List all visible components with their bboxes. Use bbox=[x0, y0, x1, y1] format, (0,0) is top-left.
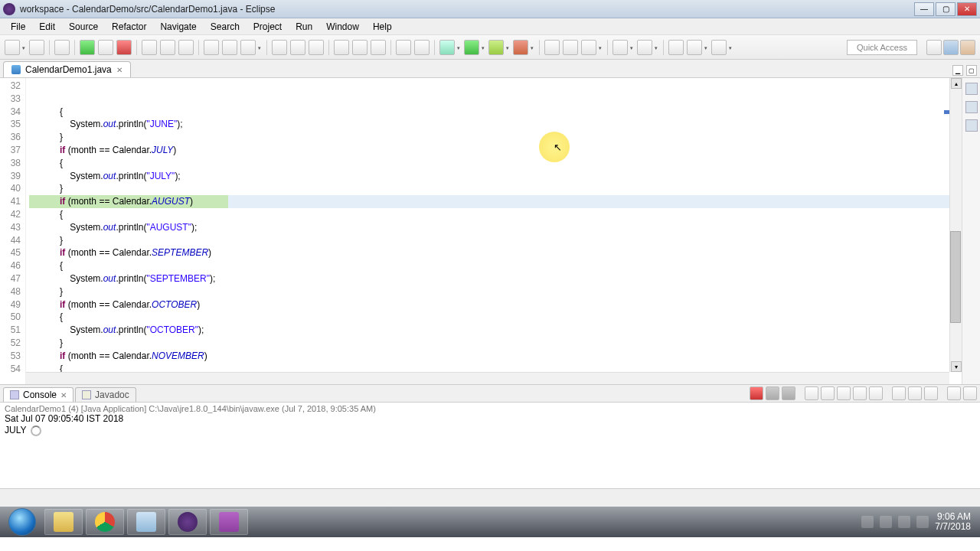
code-line[interactable]: System.out.println("AUGUST"); bbox=[29, 221, 959, 234]
console-output[interactable]: CalendarDemo1 (4) [Java Application] C:\… bbox=[0, 403, 980, 488]
code-line[interactable]: } bbox=[29, 182, 959, 195]
clear-console-button[interactable] bbox=[805, 386, 818, 400]
code-line[interactable]: System.out.println("JULY"); bbox=[29, 170, 959, 183]
menu-refactor[interactable]: Refactor bbox=[106, 20, 152, 34]
open-type-button[interactable] bbox=[240, 40, 256, 55]
minimize-view-button[interactable]: ▁ bbox=[952, 65, 963, 76]
editor-tab[interactable]: CalendarDemo1.java ✕ bbox=[3, 61, 131, 77]
new-button[interactable] bbox=[5, 40, 20, 55]
outline-view-icon[interactable] bbox=[965, 101, 978, 113]
tray-clock[interactable]: 9:06 AM 7/7/2018 bbox=[935, 512, 971, 532]
debug-dropdown[interactable] bbox=[439, 40, 455, 55]
jar-button[interactable] bbox=[414, 40, 430, 55]
tray-network-icon[interactable] bbox=[880, 516, 892, 528]
code-line[interactable]: } bbox=[29, 337, 959, 350]
code-content[interactable]: { System.out.println("JUNE"); } if (mont… bbox=[26, 78, 962, 384]
toggle-breadcrumb-button[interactable] bbox=[309, 40, 324, 55]
scroll-down-icon[interactable]: ▾ bbox=[951, 361, 962, 372]
word-wrap-button[interactable] bbox=[837, 386, 851, 400]
code-line[interactable]: { bbox=[29, 208, 959, 221]
next-annotation-button[interactable] bbox=[612, 40, 628, 55]
code-line[interactable]: if (month == Calendar.AUGUST) bbox=[29, 195, 959, 208]
code-line[interactable]: } bbox=[29, 131, 959, 144]
external-tools-dropdown[interactable] bbox=[513, 40, 528, 55]
scroll-up-icon[interactable]: ▴ bbox=[951, 78, 962, 89]
show-console-dropdown[interactable] bbox=[924, 386, 938, 400]
code-line[interactable]: if (month == Calendar.OCTOBER) bbox=[29, 298, 959, 311]
taskbar-chrome[interactable] bbox=[86, 509, 124, 535]
pin-console-button[interactable] bbox=[853, 386, 867, 400]
toggle-block-button[interactable] bbox=[222, 40, 237, 55]
menu-file[interactable]: File bbox=[5, 20, 31, 34]
save-button[interactable] bbox=[29, 40, 44, 55]
menu-run[interactable]: Run bbox=[289, 20, 318, 34]
maximize-view-button[interactable]: ▢ bbox=[966, 65, 977, 76]
java-perspective-button[interactable] bbox=[943, 40, 959, 55]
start-button[interactable] bbox=[3, 509, 41, 535]
display-selected-button[interactable] bbox=[869, 386, 883, 400]
code-line[interactable]: if (month == Calendar.JULY) bbox=[29, 144, 959, 157]
coverage-button[interactable] bbox=[98, 40, 113, 55]
toggle-comment-button[interactable] bbox=[352, 40, 368, 55]
code-line[interactable]: { bbox=[29, 157, 959, 170]
forward-button[interactable] bbox=[711, 40, 727, 55]
skip-breakpoints-button[interactable] bbox=[160, 40, 175, 55]
minimize-console-button[interactable] bbox=[947, 386, 961, 400]
horizontal-scrollbar[interactable] bbox=[26, 372, 949, 384]
code-line[interactable]: { bbox=[29, 311, 959, 324]
console-tab[interactable]: Console ✕ bbox=[3, 387, 74, 402]
new-package-button[interactable] bbox=[272, 40, 287, 55]
last-edit-button[interactable] bbox=[668, 40, 684, 55]
new-class-button[interactable] bbox=[290, 40, 305, 55]
back-button[interactable] bbox=[687, 40, 702, 55]
menu-project[interactable]: Project bbox=[247, 20, 288, 34]
run-dropdown[interactable] bbox=[464, 40, 479, 55]
code-line[interactable]: if (month == Calendar.SEPTEMBER) bbox=[29, 246, 959, 259]
maximize-console-button[interactable] bbox=[963, 386, 977, 400]
scroll-lock-button[interactable] bbox=[821, 386, 835, 400]
javadoc-tab[interactable]: Javadoc bbox=[75, 387, 136, 402]
vertical-scrollbar[interactable]: ▴ ▾ bbox=[949, 78, 962, 372]
prev-annotation-button[interactable] bbox=[637, 40, 652, 55]
quick-access-input[interactable]: Quick Access bbox=[847, 40, 917, 55]
code-line[interactable]: } bbox=[29, 234, 959, 247]
close-button[interactable]: ✕ bbox=[957, 2, 977, 16]
organize-imports-button[interactable] bbox=[396, 40, 411, 55]
remove-launch-button[interactable] bbox=[766, 386, 779, 400]
taskbar-app[interactable] bbox=[210, 509, 248, 535]
stop-button[interactable] bbox=[116, 40, 132, 55]
search-dropdown[interactable] bbox=[581, 40, 596, 55]
menu-help[interactable]: Help bbox=[367, 20, 398, 34]
code-editor[interactable]: 3233343536373839404142434445464748495051… bbox=[0, 78, 962, 384]
code-line[interactable]: { bbox=[29, 106, 959, 119]
menu-source[interactable]: Source bbox=[63, 20, 104, 34]
run-last-dropdown[interactable] bbox=[488, 40, 504, 55]
task-list-icon[interactable] bbox=[965, 119, 978, 132]
taskbar-explorer[interactable] bbox=[44, 509, 83, 535]
open-console-button[interactable] bbox=[892, 386, 906, 400]
close-tab-icon[interactable]: ✕ bbox=[116, 66, 122, 74]
save-all-button[interactable] bbox=[54, 40, 70, 55]
menu-navigate[interactable]: Navigate bbox=[154, 20, 202, 34]
new-console-button[interactable] bbox=[908, 386, 922, 400]
code-line[interactable]: } bbox=[29, 285, 959, 298]
code-line[interactable]: if (month == Calendar.NOVEMBER) bbox=[29, 350, 959, 363]
overview-ruler[interactable] bbox=[942, 78, 949, 372]
code-line[interactable]: System.out.println("JUNE"); bbox=[29, 118, 959, 131]
menu-edit[interactable]: Edit bbox=[33, 20, 61, 34]
maximize-button[interactable]: ▢ bbox=[936, 2, 956, 16]
terminate-button[interactable] bbox=[750, 386, 763, 400]
restore-icon[interactable] bbox=[965, 83, 978, 95]
format-button[interactable] bbox=[371, 40, 386, 55]
tray-battery-icon[interactable] bbox=[916, 516, 929, 528]
tray-volume-icon[interactable] bbox=[898, 516, 910, 528]
close-console-icon[interactable]: ✕ bbox=[60, 391, 67, 399]
menu-window[interactable]: Window bbox=[320, 20, 365, 34]
open-task-button[interactable] bbox=[334, 40, 349, 55]
remove-all-button[interactable] bbox=[782, 386, 795, 400]
build-button[interactable] bbox=[178, 40, 194, 55]
open-resource-button[interactable] bbox=[563, 40, 578, 55]
run-button[interactable] bbox=[80, 40, 95, 55]
scrollbar-thumb[interactable] bbox=[950, 231, 961, 323]
new-java-project-button[interactable] bbox=[544, 40, 560, 55]
